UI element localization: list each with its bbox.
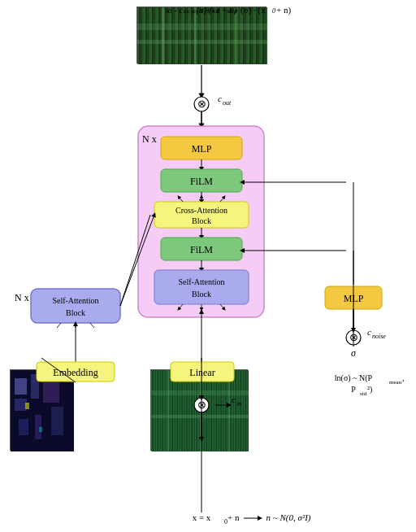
cnoise-label: c	[367, 327, 371, 337]
x-equation: x = x	[193, 512, 211, 522]
cin-label: c	[232, 395, 236, 404]
sa-right-label1: Self-Attention	[178, 277, 224, 286]
sa-l-arrow1	[57, 323, 61, 328]
plus-n: + n	[228, 512, 240, 522]
embedding-label: Embedding	[53, 367, 98, 378]
sa-right-label2: Block	[192, 290, 211, 299]
pmean-sub: mean	[389, 379, 402, 386]
film-top-label: FiLM	[190, 176, 213, 187]
pstd-sq: ²)	[367, 385, 372, 395]
comma-pstd: ,	[402, 373, 405, 382]
self-attention-left-box	[31, 289, 120, 323]
diagram-container: x l - c skip (σ) · (x 0 + n) xₗ - cₛₖᵢₚ(…	[0, 0, 416, 532]
nx-right-label: N x	[142, 133, 157, 145]
self-attention-right-box	[154, 270, 249, 304]
multiply-top-symbol: ⊗	[197, 98, 206, 110]
film-bottom-label: FiLM	[190, 244, 213, 255]
log-normal-label: ln(σ) ~ N(P	[335, 373, 373, 383]
mlp-top-label: MLP	[192, 143, 212, 155]
sa-l-arrow3	[90, 323, 94, 328]
output-equation: xₗ - cₛₖᵢₚ(σ)·(x₀ + n)	[165, 5, 236, 15]
nx-left-label: N x	[15, 292, 29, 303]
architecture-svg: x l - c skip (σ) · (x 0 + n) xₗ - cₛₖᵢₚ(…	[0, 0, 416, 532]
c-out-label: c	[218, 94, 222, 103]
pstd-label: P	[351, 385, 356, 394]
cin-sub: in	[236, 400, 241, 408]
pstd-sub: std	[360, 390, 367, 397]
cnoise-sub: noise	[372, 333, 386, 340]
svg-text:0: 0	[272, 7, 275, 15]
n-distribution: n ~ N(0, σ²I)	[266, 512, 311, 523]
cross-attention-label1: Cross-Attention	[176, 206, 228, 215]
cross-attention-label2: Block	[192, 216, 211, 225]
linear-label: Linear	[189, 367, 214, 378]
c-out-sub: out	[223, 99, 232, 107]
svg-text:(σ) · (x: (σ) · (x	[240, 5, 266, 15]
sa-left-label2: Block	[66, 308, 85, 317]
sa-left-label1: Self-Attention	[52, 296, 98, 305]
svg-text:+ n): + n)	[276, 5, 291, 15]
sigma-label: σ	[351, 347, 357, 359]
